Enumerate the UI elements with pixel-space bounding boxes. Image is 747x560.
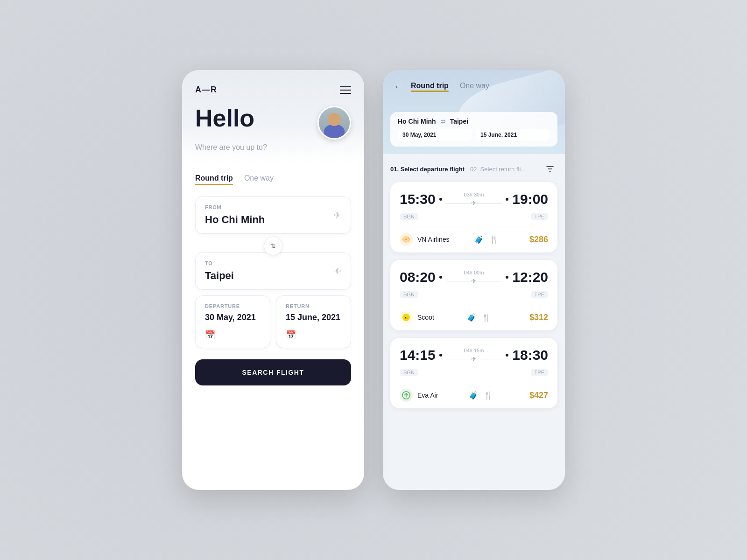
filter-button[interactable]	[543, 161, 557, 176]
dot-icon	[439, 354, 442, 357]
flight-1-depart: 15:30	[400, 191, 436, 207]
from-field[interactable]: FROM Ho Chi Minh ✈	[195, 196, 351, 234]
flight-1-to-code: TPE	[531, 213, 548, 220]
summary-return-date: 15 June, 2021	[476, 129, 550, 141]
flight-3-times: 14:15 04h 15m ✈ 18:30	[390, 338, 557, 369]
step2-label: 02. Select return fli...	[470, 166, 526, 173]
flight-2-depart: 08:20	[400, 269, 436, 285]
flight-1-airline-logo	[400, 233, 413, 246]
dot-icon	[439, 198, 442, 201]
return-date-field[interactable]: RETURN 15 June, 2021 📅	[276, 295, 351, 348]
flight-1-amenities: 🧳 🍴	[474, 235, 499, 244]
dot-icon	[506, 276, 508, 279]
flight-1-duration: 03h 30m	[464, 192, 484, 197]
flight-3-codes: SGN TPE	[390, 369, 557, 382]
flight-2-line: 04h 00m ✈	[446, 270, 502, 285]
flight-1-arrive: 19:00	[512, 191, 548, 207]
flight-card-1[interactable]: 15:30 03h 30m ✈ 19:00 SGN TPE	[390, 182, 557, 252]
flight-2-to-code: TPE	[531, 291, 548, 298]
topbar: A—R	[195, 85, 351, 95]
from-value: Ho Chi Minh	[205, 214, 341, 226]
flight-1-from-code: SGN	[400, 213, 418, 220]
menu-button[interactable]	[340, 86, 351, 94]
summary-departure-date: 30 May, 2021	[398, 129, 472, 141]
flight-1-codes: SGN TPE	[390, 213, 557, 226]
summary-arrow-icon: ⇄	[441, 118, 445, 125]
dot-icon	[506, 354, 508, 357]
to-field[interactable]: TO Taipei ✈	[195, 252, 351, 290]
flight-1-times: 15:30 03h 30m ✈ 19:00	[390, 182, 557, 213]
plane-icon: ✈	[471, 277, 477, 285]
back-button[interactable]: ←	[394, 81, 403, 92]
dot-icon	[439, 276, 442, 279]
right-phone: ← Round trip One way Ho Chi Minh ⇄ Taipe…	[383, 70, 565, 490]
departure-calendar-icon: 📅	[205, 330, 215, 340]
flight-card-3[interactable]: 14:15 04h 15m ✈ 18:30 SGN TPE	[390, 338, 557, 408]
search-flight-button[interactable]: SEARCH FLIGHT	[195, 359, 351, 385]
luggage-icon-2: 🧳	[467, 313, 476, 322]
flight-1-line: 03h 30m ✈	[446, 192, 502, 207]
flight-3-duration: 04h 15m	[464, 348, 484, 353]
app-logo: A—R	[195, 85, 217, 95]
plane-icon: ✈	[471, 199, 477, 207]
left-header: A—R Hello Where are you up to?	[182, 70, 364, 163]
right-header: ← Round trip One way Ho Chi Minh ⇄ Taipe…	[383, 70, 565, 154]
swap-button[interactable]: ⇅	[264, 237, 282, 255]
flight-3-from-code: SGN	[400, 369, 418, 376]
plane-icon: ✈	[471, 355, 477, 363]
summary-from-city: Ho Chi Minh	[398, 118, 436, 125]
flight-3-to-code: TPE	[531, 369, 548, 376]
return-value: 15 June, 2021	[286, 313, 341, 322]
flight-3-line: 04h 15m ✈	[446, 348, 502, 363]
flight-2-amenities: 🧳 🍴	[467, 313, 491, 322]
subtitle-text: Where are you up to?	[195, 143, 351, 152]
flight-2-airline-name: Scoot	[417, 314, 434, 321]
flight-2-times: 08:20 04h 00m ✈ 12:20	[390, 260, 557, 291]
right-tab-one-way[interactable]: One way	[460, 82, 489, 92]
flight-1-price: $286	[529, 235, 548, 245]
flight-2-codes: SGN TPE	[390, 291, 557, 304]
luggage-icon: 🧳	[474, 235, 484, 244]
flight-3-amenities: 🧳 🍴	[469, 391, 493, 400]
flight-3-arrive: 18:30	[512, 347, 548, 363]
flight-2-airline-logo: S	[400, 311, 413, 324]
date-row: DEPARTURE 30 May, 2021 📅 RETURN 15 June,…	[195, 295, 351, 348]
landing-icon: ✈	[333, 266, 341, 277]
return-label: RETURN	[286, 303, 341, 309]
flight-3-airline-name: Eva Air	[417, 392, 438, 399]
luggage-icon-3: 🧳	[469, 391, 478, 400]
meal-icon: 🍴	[489, 235, 499, 244]
flight-2-from-code: SGN	[400, 291, 418, 298]
flight-3-depart: 14:15	[400, 347, 436, 363]
flight-3-airline-logo	[400, 389, 413, 402]
search-summary: Ho Chi Minh ⇄ Taipei 30 May, 2021 15 Jun…	[390, 112, 557, 147]
summary-to-city: Taipei	[450, 118, 468, 125]
flight-3-info: Eva Air 🧳 🍴 $427	[390, 382, 557, 408]
hello-section: Hello	[195, 106, 351, 140]
swap-icon: ⇅	[270, 242, 276, 250]
flight-2-arrive: 12:20	[512, 269, 548, 285]
return-calendar-icon: 📅	[286, 330, 296, 340]
meal-icon-3: 🍴	[484, 391, 493, 400]
left-phone: A—R Hello Where are you up to? Round tri…	[182, 70, 364, 490]
flight-2-duration: 04h 00m	[464, 270, 484, 275]
tab-round-trip[interactable]: Round trip	[195, 174, 233, 185]
to-value: Taipei	[205, 270, 341, 282]
right-topbar: ← Round trip One way	[383, 70, 565, 92]
flight-2-info: S Scoot 🧳 🍴 $312	[390, 304, 557, 330]
right-tab-round-trip[interactable]: Round trip	[411, 82, 449, 92]
flight-card-2[interactable]: 08:20 04h 00m ✈ 12:20 SGN TPE	[390, 260, 557, 330]
right-body: 01. Select departure flight 02. Select r…	[383, 154, 565, 490]
avatar-image	[319, 107, 350, 138]
takeoff-icon: ✈	[333, 210, 341, 221]
flight-1-info: VN Airlines 🧳 🍴 $286	[390, 226, 557, 252]
tab-one-way[interactable]: One way	[244, 174, 274, 185]
departure-label: DEPARTURE	[205, 303, 261, 309]
greeting-text: Hello	[195, 106, 254, 130]
avatar	[317, 106, 351, 140]
departure-date-field[interactable]: DEPARTURE 30 May, 2021 📅	[195, 295, 270, 348]
right-trip-tabs: Round trip One way	[411, 82, 489, 92]
meal-icon-2: 🍴	[482, 313, 491, 322]
svg-text:S: S	[405, 316, 408, 320]
from-label: FROM	[205, 204, 341, 210]
